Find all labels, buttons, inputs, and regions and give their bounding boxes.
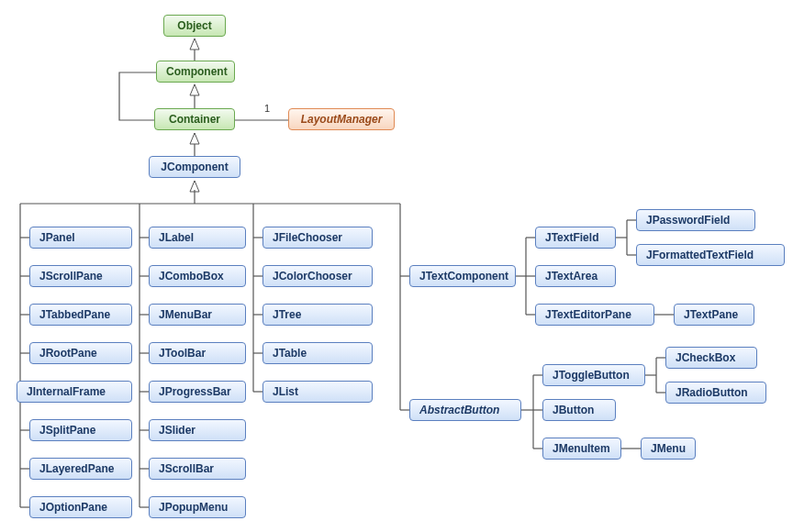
class-jtabbedpane: JTabbedPane xyxy=(29,304,132,326)
class-jmenuitem: JMenuItem xyxy=(542,438,621,460)
class-jtextarea: JTextArea xyxy=(535,265,616,287)
uml-diagram: Object Component Container LayoutManager… xyxy=(0,0,793,532)
class-jradiobutton: JRadioButton xyxy=(665,382,766,404)
class-jsplitpane: JSplitPane xyxy=(29,419,132,441)
class-jpanel: JPanel xyxy=(29,227,132,249)
class-jtexteditorpane: JTextEditorPane xyxy=(535,304,654,326)
class-jtree: JTree xyxy=(262,304,373,326)
class-jscrollbar: JScrollBar xyxy=(149,458,246,480)
class-jlabel: JLabel xyxy=(149,227,246,249)
class-jpasswordfield: JPasswordField xyxy=(636,209,755,231)
class-jcomponent: JComponent xyxy=(149,156,240,178)
class-abstractbutton: AbstractButton xyxy=(409,399,521,421)
class-container: Container xyxy=(154,108,235,130)
class-jinternalframe: JInternalFrame xyxy=(17,381,132,403)
class-jslider: JSlider xyxy=(149,419,246,441)
class-jtogglebutton: JToggleButton xyxy=(542,364,645,386)
class-jcolorchooser: JColorChooser xyxy=(262,265,373,287)
class-jpopupmenu: JPopupMenu xyxy=(149,496,246,518)
class-jscrollpane: JScrollPane xyxy=(29,265,132,287)
class-jtextfield: JTextField xyxy=(535,227,616,249)
class-jmenu: JMenu xyxy=(641,438,696,460)
class-jformattedtextfield: JFormattedTextField xyxy=(636,244,785,266)
class-jmenubar: JMenuBar xyxy=(149,304,246,326)
class-jprogressbar: JProgressBar xyxy=(149,381,246,403)
class-layoutmanager: LayoutManager xyxy=(288,108,395,130)
class-jrootpane: JRootPane xyxy=(29,342,132,364)
class-joptionpane: JOptionPane xyxy=(29,496,132,518)
multiplicity-1: 1 xyxy=(264,103,270,114)
class-jfilechooser: JFileChooser xyxy=(262,227,373,249)
class-jtextpane: JTextPane xyxy=(674,304,754,326)
class-jcheckbox: JCheckBox xyxy=(665,347,757,369)
class-jtable: JTable xyxy=(262,342,373,364)
class-jcombobox: JComboBox xyxy=(149,265,246,287)
class-jlist: JList xyxy=(262,381,373,403)
class-component: Component xyxy=(156,61,235,83)
class-jtextcomponent: JTextComponent xyxy=(409,265,516,287)
class-jtoolbar: JToolBar xyxy=(149,342,246,364)
class-jlayeredpane: JLayeredPane xyxy=(29,458,132,480)
class-object: Object xyxy=(163,15,226,37)
class-jbutton: JButton xyxy=(542,399,616,421)
